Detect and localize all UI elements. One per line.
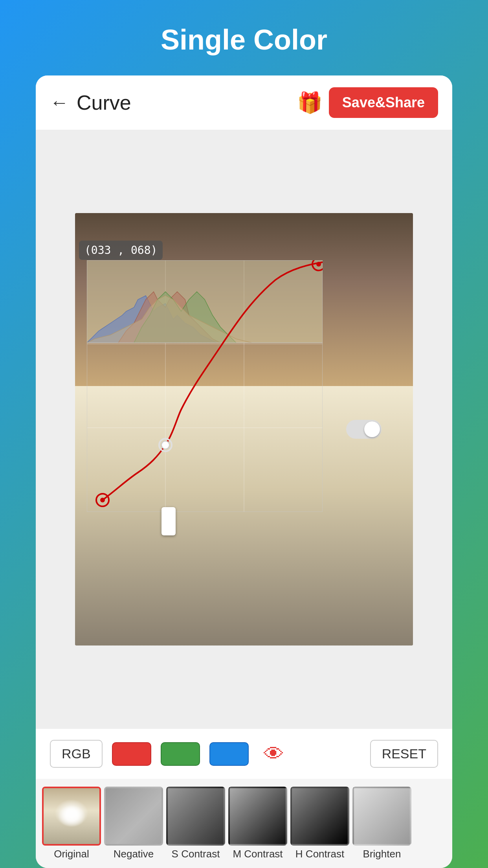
page-title: Single Color [161, 24, 327, 56]
gift-icon[interactable]: 🎁 [297, 91, 323, 115]
main-card: ← Curve 🎁 Save&Share (033 , 068) [36, 75, 452, 868]
filter-label-hcontrast: H Contrast [295, 848, 344, 860]
image-top [75, 213, 413, 386]
reset-button[interactable]: RESET [370, 740, 438, 768]
filter-label-original: Original [54, 848, 89, 860]
filter-thumb-original [42, 787, 101, 846]
rgb-button[interactable]: RGB [50, 740, 103, 768]
filters-bar: Original Negative S Contrast M Contrast [36, 779, 452, 868]
filter-label-scontrast: S Contrast [172, 848, 220, 860]
filter-brighten[interactable]: Brighten [352, 787, 411, 860]
filter-label-negative: Negative [114, 848, 154, 860]
header: ← Curve 🎁 Save&Share [36, 75, 452, 130]
filter-label-brighten: Brighten [363, 848, 401, 860]
filter-scontrast[interactable]: S Contrast [166, 787, 225, 860]
filter-label-mcontrast: M Contrast [233, 848, 283, 860]
header-left: ← Curve [50, 91, 131, 114]
back-button[interactable]: ← [50, 93, 69, 112]
coords-label: (033 , 068) [79, 241, 163, 260]
eye-button[interactable]: 👁 [258, 742, 290, 766]
filter-negative[interactable]: Negative [104, 787, 163, 860]
filter-thumb-scontrast [166, 787, 225, 846]
blue-channel-button[interactable] [209, 742, 249, 766]
filter-thumb-negative [104, 787, 163, 846]
green-channel-button[interactable] [161, 742, 200, 766]
save-share-button[interactable]: Save&Share [329, 87, 438, 118]
slider-handle[interactable] [161, 507, 176, 535]
filter-thumb-mcontrast [228, 787, 287, 846]
toggle-knob [364, 421, 380, 437]
filter-thumb-brighten [352, 787, 411, 846]
filter-original[interactable]: Original [42, 787, 101, 860]
image-canvas[interactable]: (033 , 068) [75, 213, 413, 645]
eye-icon: 👁 [264, 742, 284, 766]
header-right: 🎁 Save&Share [297, 87, 438, 118]
toggle-area [346, 420, 382, 439]
header-title: Curve [77, 91, 131, 114]
filter-hcontrast[interactable]: H Contrast [290, 787, 349, 860]
toggle-switch[interactable] [346, 420, 382, 439]
controls-bar: RGB 👁 RESET [36, 729, 452, 779]
filter-thumb-hcontrast [290, 787, 349, 846]
red-channel-button[interactable] [112, 742, 151, 766]
filter-mcontrast[interactable]: M Contrast [228, 787, 287, 860]
